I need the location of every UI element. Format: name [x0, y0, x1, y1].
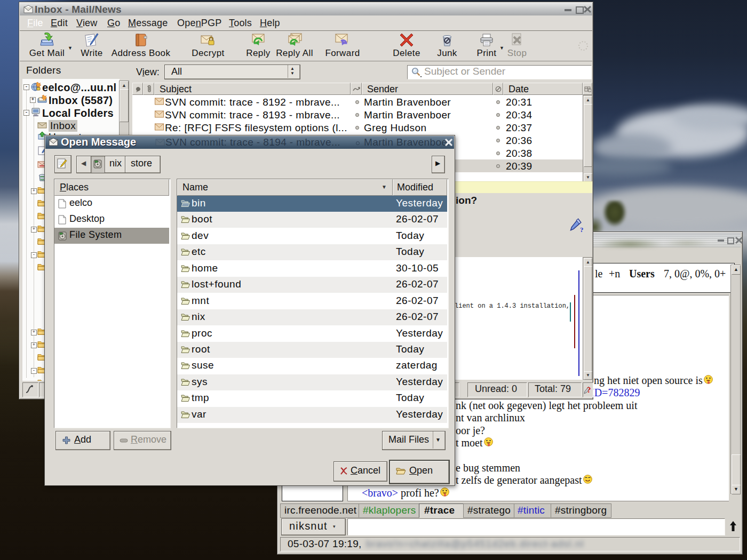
svg-text:?: ? — [580, 226, 584, 234]
svg-text:?: ? — [587, 386, 591, 394]
